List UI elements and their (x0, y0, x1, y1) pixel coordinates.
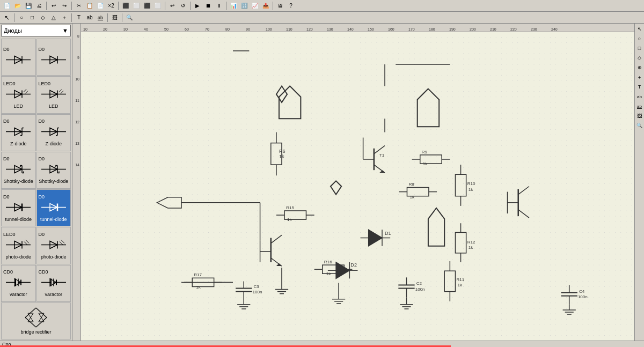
zoom-rt-tool[interactable]: 🔍 (635, 121, 644, 130)
rotate-button[interactable]: ↩ (167, 1, 177, 11)
comp-varactor-2[interactable]: CD0 varactor (36, 265, 71, 302)
circle-rt-tool[interactable]: ○ (635, 34, 644, 43)
zdiode-symbol-1 (5, 124, 32, 140)
comp-tunnel-2[interactable]: D0 tunnel-diode (36, 189, 71, 226)
plot-button[interactable]: 📈 (250, 1, 260, 11)
pin-rt-tool[interactable]: ＋ (635, 73, 644, 82)
main-area: Диоды ▼ D0 D0 (0, 24, 644, 341)
sep1 (46, 2, 47, 10)
ruler-tick: 220 (510, 27, 517, 31)
tool1-button[interactable]: ⬛ (121, 1, 130, 11)
comp-bridge-1[interactable]: bridge rectifier (1, 302, 71, 339)
zoom-tool[interactable]: 🔍 (125, 13, 134, 23)
comp-top-label: LED0 (3, 81, 16, 86)
label2-rt-tool[interactable]: ab (635, 102, 644, 110)
photo-symbol-2 (40, 237, 67, 253)
comp-top-label: D0 (39, 119, 45, 124)
comp-top-label: D0 (39, 194, 45, 200)
svg-text:T1: T1 (379, 153, 385, 158)
size-rt-tool[interactable]: ⊕ (635, 63, 644, 72)
copy2-button[interactable]: ×2 (106, 1, 116, 11)
svg-text:R12: R12 (467, 240, 475, 245)
comp-shottky-2[interactable]: D0 Shottky-diode (36, 152, 71, 189)
rect-rt-tool[interactable]: □ (635, 44, 644, 53)
copy-button[interactable]: 📋 (85, 1, 94, 11)
schematic-drawing[interactable]: R6 1k (81, 32, 634, 341)
print-button[interactable]: 🖨 (34, 1, 44, 11)
comp-label-5: Shottky-diode (4, 179, 33, 184)
redo-button[interactable]: ↪ (60, 1, 69, 11)
label-rt-tool[interactable]: ab (635, 92, 644, 101)
sep6 (226, 2, 226, 10)
img-rt-tool[interactable]: 🖼 (635, 112, 644, 120)
svg-text:1k: 1k (287, 217, 292, 222)
paste-button[interactable]: 📄 (96, 1, 105, 11)
select-tool[interactable]: ↖ (2, 13, 12, 23)
comp-photo-1[interactable]: LED0 photo-diode (1, 227, 36, 264)
status-bar: Coo (0, 341, 644, 347)
save-button[interactable]: 💾 (24, 1, 33, 11)
comp-top-label: LED0 (3, 232, 16, 237)
comp-diode-1[interactable]: D0 (1, 39, 36, 76)
meter-button[interactable]: 🔢 (239, 1, 249, 11)
sim1-button[interactable]: ▶ (193, 1, 202, 11)
comp-tunnel-1[interactable]: D0 tunnel-diode (1, 189, 36, 226)
tool2-button[interactable]: ⬜ (131, 1, 141, 11)
poly-rt-tool[interactable]: ◇ (635, 54, 644, 62)
rotate2-button[interactable]: ↺ (178, 1, 188, 11)
tool4-button[interactable]: ⬜ (153, 1, 163, 11)
arrow-tool[interactable]: ↖ (635, 25, 644, 33)
comp-shottky-1[interactable]: D0 Shottky-diode (1, 152, 36, 189)
cut-button[interactable]: ✂ (74, 1, 84, 11)
undo-button[interactable]: ↩ (49, 1, 58, 11)
ruler-tick: 50 (164, 27, 169, 31)
svg-line-15 (61, 91, 63, 93)
comp-diode-2[interactable]: D0 (36, 39, 71, 76)
category-label: Диоды (4, 27, 22, 34)
text3-tool[interactable]: ab (96, 13, 105, 23)
text2-tool[interactable]: ab (85, 13, 94, 23)
svg-text:D1: D1 (385, 231, 391, 236)
scope-button[interactable]: 📊 (229, 1, 238, 11)
diamond-tool[interactable]: ◇ (38, 13, 48, 23)
triangle-tool[interactable]: △ (49, 13, 58, 23)
text-rt-tool[interactable]: T (635, 83, 644, 91)
sep2 (71, 2, 72, 10)
svg-text:100n: 100n (415, 287, 425, 292)
cross-tool[interactable]: ＋ (60, 13, 69, 23)
svg-text:1k: 1k (326, 271, 331, 276)
comp-led-2[interactable]: LED0 LED (36, 76, 71, 113)
text-tool[interactable]: T (74, 13, 84, 23)
sim3-button[interactable]: ⏸ (214, 1, 224, 11)
draw-toolbar: ↖ ○ □ ◇ △ ＋ T ab ab 🖼 🔍 (0, 12, 644, 24)
image-tool[interactable]: 🖼 (110, 13, 120, 23)
varactor-symbol-2 (40, 275, 67, 291)
comp-label-12: varactor (45, 292, 62, 297)
comp-zdiode-2[interactable]: D0 Z-diode (36, 114, 71, 151)
svg-text:1k: 1k (469, 245, 473, 250)
comp-led-1[interactable]: LED0 LED (1, 76, 36, 113)
circle-tool[interactable]: ○ (17, 13, 26, 23)
tool3-button[interactable]: ⬛ (142, 1, 152, 11)
export-button[interactable]: 📤 (261, 1, 270, 11)
svg-text:R9: R9 (422, 150, 428, 154)
comp-label-6: Shottky-diode (39, 179, 68, 184)
diode-symbol (5, 52, 32, 68)
ruler-tick-left: 10 (75, 77, 79, 81)
comp-label-2: LED (49, 104, 58, 109)
schematic-canvas-area[interactable]: 10 20 30 40 50 60 70 80 90 100 110 120 1… (72, 24, 634, 341)
sim2-button[interactable]: ⏹ (203, 1, 213, 11)
svg-marker-65 (39, 313, 44, 318)
rect-tool[interactable]: □ (27, 13, 37, 23)
comp-zdiode-1[interactable]: D0 Z-diode (1, 114, 36, 151)
component-panel: Диоды ▼ D0 D0 (0, 24, 72, 341)
comp-photo-2[interactable]: D0 photo-diode (36, 227, 71, 264)
new-button[interactable]: 📄 (2, 1, 12, 11)
open-button[interactable]: 📂 (13, 1, 23, 11)
component-category-selector[interactable]: Диоды ▼ (1, 25, 71, 36)
comp-varactor-1[interactable]: CD0 varactor (1, 265, 36, 302)
svg-text:R6: R6 (279, 149, 286, 154)
display-button[interactable]: 🖥 (275, 1, 285, 11)
comp-top-label: CD0 (39, 269, 48, 275)
info-button[interactable]: ? (286, 1, 296, 11)
